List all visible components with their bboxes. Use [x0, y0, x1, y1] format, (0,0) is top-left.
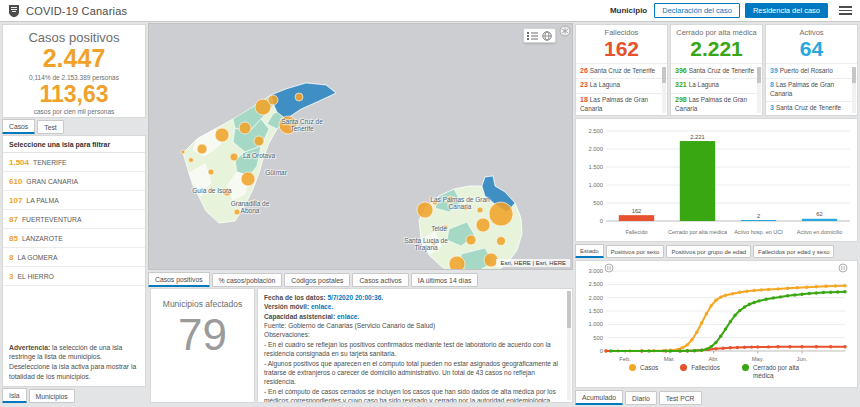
isla-name: GRAN CANARIA: [26, 178, 78, 185]
svg-text:Feb.: Feb.: [619, 356, 631, 362]
acumulado-line-chart-panel: 05001.0001.5002.0002.5003.000Feb.Mar.Abr…: [575, 260, 858, 388]
municipio-label: Municipio: [610, 6, 647, 15]
tab-casos-activos[interactable]: Casos activos: [352, 273, 408, 287]
declaracion-del-caso-button[interactable]: Declaración del caso: [654, 3, 740, 18]
list-item-gran-canaria[interactable]: 610 GRAN CANARIA: [3, 172, 145, 191]
svg-text:500: 500: [593, 335, 603, 341]
casos-positivos-pct: 0,114% de 2.153.389 personas: [3, 74, 145, 81]
legend-icon[interactable]: [527, 31, 538, 41]
card-scrollbar[interactable]: [662, 67, 666, 113]
islas-warning-text: Advertencia: la selección de una isla re…: [9, 343, 139, 382]
tab-municipios[interactable]: Municipios: [29, 389, 75, 403]
list-item-lanzarote[interactable]: 85 LANZAROTE: [3, 229, 145, 248]
svg-text:2: 2: [757, 213, 760, 219]
casos-positivos-total: 2.447: [3, 45, 145, 73]
svg-text:Jun.: Jun.: [796, 356, 807, 362]
svg-text:0: 0: [600, 218, 603, 224]
svg-text:Activo hosp. en UCI: Activo hosp. en UCI: [734, 229, 783, 235]
fallecidos-title: Fallecidos: [576, 28, 667, 37]
list-item[interactable]: 18Las Palmas de Gran Canaria: [576, 93, 667, 116]
card-scrollbar[interactable]: [757, 67, 761, 113]
list-item-la-gomera[interactable]: 8 LA GOMERA: [3, 248, 145, 267]
tab-test[interactable]: Test: [37, 120, 63, 134]
tab-diario[interactable]: Diario: [625, 391, 657, 405]
card-scrollbar[interactable]: [852, 67, 856, 113]
isla-value: 87: [9, 215, 18, 224]
svg-text:500: 500: [593, 200, 603, 206]
svg-text:Activo en domicilio: Activo en domicilio: [797, 229, 843, 235]
list-item[interactable]: 298Las Palmas de Gran Canaria: [671, 93, 762, 116]
isla-name: LA GOMERA: [17, 254, 57, 261]
version-movil-label: Versión móvil:: [264, 303, 309, 310]
page-title: COVID-19 Canarias: [26, 5, 127, 17]
list-item[interactable]: 321La Laguna: [671, 78, 762, 93]
svg-text:1.500: 1.500: [588, 308, 603, 314]
activos-value: 64: [766, 37, 857, 61]
list-item[interactable]: 396Santa Cruz de Tenerife: [671, 63, 762, 78]
tab-test-pcr[interactable]: Test PCR: [659, 391, 702, 405]
residencia-del-caso-button[interactable]: Residencia del caso: [745, 3, 828, 18]
tab-positivos-por-sexo[interactable]: Positivos por sexo: [606, 245, 665, 258]
tab-acumulado[interactable]: Acumulado: [575, 390, 623, 405]
list-item-tenerife[interactable]: 1.504 TENERIFE: [3, 153, 145, 172]
isla-value: 3: [9, 272, 13, 281]
tab-isla[interactable]: Isla: [2, 388, 27, 403]
svg-text:2.000: 2.000: [588, 295, 603, 301]
fallecidos-value: 162: [576, 37, 667, 61]
capacidad-label: Capacidad asistencial:: [264, 313, 335, 320]
legend-item-cerrado[interactable]: Cerrado por alta médica: [742, 364, 804, 379]
tab-fallecidos-edad-sexo[interactable]: Fallecidos por edad y sexo: [753, 245, 834, 258]
version-movil-link[interactable]: enlace.: [311, 303, 333, 310]
tab-codigos-postales[interactable]: Códigos postales: [284, 273, 350, 287]
list-item[interactable]: 23La Laguna: [576, 78, 667, 93]
list-item-fuerteventura[interactable]: 87 FUERTEVENTURA: [3, 210, 145, 229]
list-item-el-hierro[interactable]: 3 EL HIERRO: [3, 267, 145, 286]
tab-casos[interactable]: Casos: [2, 119, 35, 134]
fecha-value: 5/7/2020 20:00:36.: [327, 294, 383, 301]
svg-text:0: 0: [600, 348, 603, 354]
list-item-la-palma[interactable]: 107 LA PALMA: [3, 191, 145, 210]
legend-item-casos[interactable]: Casos: [629, 364, 658, 379]
map-tabs: Casos positivos % casos/población Código…: [148, 272, 478, 287]
data-notes-panel: Fecha de los datos: 5/7/2020 20:00:36. V…: [257, 288, 573, 403]
svg-text:2.221: 2.221: [690, 134, 705, 140]
cerrado-alta-title: Cerrado por alta médica: [671, 28, 762, 37]
casos-positivos-card: Casos positivos 2.447 0,114% de 2.153.38…: [2, 24, 146, 118]
list-item[interactable]: 8Las Palmas de Gran Canaria: [766, 78, 857, 101]
list-item[interactable]: 26Santa Cruz de Tenerife: [576, 63, 667, 78]
isla-name: LANZAROTE: [22, 235, 63, 242]
municipios-afectados-title: Municipios afectados: [151, 299, 254, 309]
estado-bar-chart[interactable]: 05001.0001.5002.0002.500162Fallecido2.22…: [575, 118, 858, 242]
hamburger-menu-icon[interactable]: [839, 6, 852, 15]
cerrado-legend-dot: [742, 364, 749, 371]
list-item[interactable]: 3Santa Cruz de Tenerife: [766, 101, 857, 116]
svg-text:2.000: 2.000: [588, 146, 603, 152]
tab-estado[interactable]: Estado: [575, 244, 604, 258]
isla-municipios-tabs: Isla Municipios: [2, 388, 75, 403]
fallecidos-card: Fallecidos 162 26Santa Cruz de Tenerife …: [575, 24, 668, 116]
isla-value: 610: [9, 177, 22, 186]
tab-casos-poblacion[interactable]: % casos/población: [212, 273, 283, 287]
tab-ia-14-dias[interactable]: IA últimos 14 días: [411, 273, 479, 287]
list-item[interactable]: 39Puerto del Rosario: [766, 63, 857, 78]
fecha-label: Fecha de los datos:: [264, 294, 326, 301]
isla-value: 85: [9, 234, 18, 243]
municipios-afectados-value: 79: [151, 309, 254, 362]
svg-text:3.000: 3.000: [588, 268, 603, 274]
basemap-icon[interactable]: [542, 31, 552, 41]
legend-item-fallecidos[interactable]: Fallecidos: [680, 364, 720, 379]
svg-text:Cerrado por alta médica: Cerrado por alta médica: [668, 229, 728, 235]
islas-list-panel: Seleccione una isla para filtrar 1.504 T…: [2, 135, 146, 387]
acumulado-line-chart[interactable]: 05001.0001.5002.0002.5003.000Feb.Mar.Abr…: [576, 261, 857, 363]
notes-scrollbar[interactable]: [567, 291, 571, 400]
casos-test-tabs: Casos Test: [2, 119, 64, 134]
fuente-text: Fuente: Gobierno de Canarias (Servicio C…: [264, 321, 562, 330]
svg-text:1.000: 1.000: [588, 182, 603, 188]
capacidad-link[interactable]: enlace.: [337, 313, 359, 320]
tab-positivos-por-grupo-edad[interactable]: Positivos por grupo de edad: [666, 245, 751, 258]
observacion-2: - Algunos positivos que aparecen en el c…: [264, 359, 562, 387]
map-canvas[interactable]: Santa Cruz de Tenerife La Orotava Güímar…: [148, 23, 573, 270]
tab-casos-positivos[interactable]: Casos positivos: [148, 272, 210, 287]
isla-name: TENERIFE: [33, 159, 67, 166]
activos-title: Activos: [766, 28, 857, 37]
